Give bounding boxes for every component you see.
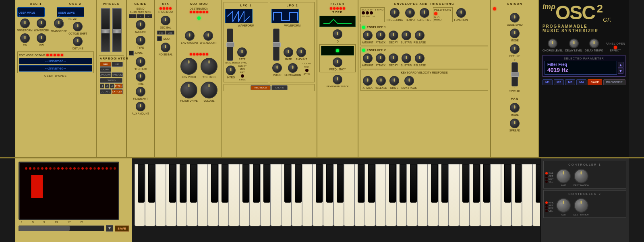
black-key[interactable] — [462, 164, 469, 203]
white-key[interactable] — [375, 164, 386, 226]
white-key[interactable] — [344, 164, 354, 226]
nfix-toggle[interactable]: N — [145, 14, 152, 18]
osc2-pw-knob[interactable] — [37, 33, 46, 43]
kv-env2peak-knob[interactable] — [404, 76, 414, 86]
kv-release-knob[interactable] — [376, 76, 386, 86]
bottom-save-btn[interactable]: SAVE — [115, 226, 129, 232]
black-key[interactable] — [483, 164, 490, 203]
tempo-knob[interactable] — [405, 8, 415, 18]
gliss-toggle[interactable]: G — [129, 14, 137, 18]
glide-amount-knob[interactable] — [136, 20, 145, 30]
m4-btn[interactable]: M4 — [576, 79, 586, 85]
white-key[interactable] — [522, 164, 532, 226]
env2-amount-knob[interactable] — [363, 53, 373, 63]
arp-chord-btn[interactable]: CHORD — [100, 78, 122, 83]
pan-mode-knob[interactable] — [510, 103, 520, 113]
oct-p1-btn[interactable]: +1 — [105, 84, 109, 88]
env2-attack-knob[interactable] — [376, 53, 385, 63]
filter-display[interactable] — [319, 16, 355, 27]
delay-tempo-knob[interactable] — [589, 39, 599, 48]
octave-btn[interactable]: OCTAVE — [100, 89, 111, 94]
lfo1-intro-knob[interactable] — [226, 66, 236, 75]
spread-slider[interactable] — [511, 62, 518, 86]
lfo-amount-knob[interactable] — [203, 31, 213, 41]
auto-toggle[interactable]: A — [137, 14, 144, 18]
osc2-wave-display[interactable]: USER WAVE 2 — [57, 7, 84, 17]
delay-level-knob[interactable] — [569, 39, 579, 48]
env-amount-knob[interactable] — [185, 31, 195, 41]
env1-decay-knob[interactable] — [389, 31, 398, 40]
black-key[interactable] — [263, 164, 270, 203]
triggering-knob[interactable] — [390, 8, 400, 18]
black-key[interactable] — [389, 164, 396, 203]
kbd-track-knob[interactable] — [333, 75, 342, 84]
white-key[interactable] — [155, 164, 166, 226]
ctrl2-amt-knob[interactable] — [556, 198, 571, 213]
pitch-wheel[interactable] — [101, 8, 110, 52]
black-key[interactable] — [169, 164, 176, 203]
black-key[interactable] — [284, 164, 291, 203]
lfo1-rate-slider[interactable] — [227, 29, 233, 61]
lfo2-rate-slider[interactable] — [273, 29, 280, 61]
black-key[interactable] — [316, 164, 323, 203]
volume-knob[interactable] — [201, 82, 217, 98]
black-key[interactable] — [410, 164, 417, 203]
glide-type-knob[interactable] — [136, 36, 145, 45]
browser-btn[interactable]: BROWSER — [603, 79, 625, 85]
black-key[interactable] — [326, 164, 333, 203]
filter-amt-knob[interactable] — [136, 87, 145, 96]
filter-freq-knob[interactable] — [333, 57, 342, 67]
unison-mode-knob[interactable] — [510, 29, 520, 38]
gate-time-knob[interactable] — [420, 8, 429, 18]
lfo1-rate-knob[interactable] — [237, 47, 247, 57]
env1-sustain-knob[interactable] — [402, 31, 411, 40]
osc1-waveform-knob[interactable] — [20, 18, 30, 28]
white-key[interactable] — [229, 164, 239, 226]
pitch-btn[interactable]: PITCH — [115, 84, 123, 88]
patch-name-1[interactable]: --Unnamed-- — [19, 58, 92, 64]
black-key[interactable] — [504, 164, 511, 203]
param-up-btn[interactable]: ▲ — [618, 62, 623, 68]
pan-spread-knob[interactable] — [510, 119, 520, 128]
octave-shift-knob[interactable] — [73, 22, 83, 31]
oct-p2-btn[interactable]: +2 — [110, 84, 114, 88]
filter-drive-knob[interactable] — [180, 82, 197, 98]
position-scrollbar[interactable] — [19, 226, 104, 231]
chorus-level-knob[interactable] — [548, 39, 557, 48]
function-knob[interactable] — [456, 8, 466, 18]
kv-attack-knob[interactable] — [363, 76, 373, 86]
black-key[interactable] — [253, 164, 260, 203]
osc1-wave-display[interactable]: USER WAVE 1 — [17, 7, 45, 17]
black-key[interactable] — [431, 164, 438, 203]
lfo2-rate-knob[interactable] — [284, 47, 293, 57]
black-key[interactable] — [368, 164, 375, 203]
lfo2-intro-knob[interactable] — [272, 63, 282, 73]
pitch-mod-knob[interactable] — [201, 58, 217, 75]
env2-decay-knob[interactable] — [389, 53, 398, 63]
white-key[interactable] — [417, 164, 428, 226]
filter-q-knob[interactable] — [333, 29, 342, 39]
ctrl2-dest-knob[interactable] — [574, 198, 588, 213]
arp-down-btn[interactable]: DOWN — [100, 67, 111, 72]
env1-amount-knob[interactable] — [363, 31, 373, 40]
transpose-knob[interactable] — [54, 18, 64, 28]
mod-wheel[interactable] — [112, 8, 122, 52]
osc-bal-knob[interactable] — [161, 16, 170, 25]
black-key[interactable] — [295, 164, 302, 203]
chord-btn[interactable]: CHORD — [271, 85, 288, 90]
glide-time-knob[interactable] — [136, 72, 145, 82]
kv-drive-knob[interactable] — [389, 76, 399, 86]
m1-btn[interactable]: M1 — [543, 79, 553, 85]
black-key[interactable] — [190, 164, 197, 203]
kbd-hold-btn[interactable]: KBD HOLD — [251, 85, 271, 90]
glide-sprd-knob[interactable] — [510, 13, 520, 23]
lfo2-amount-knob[interactable] — [296, 47, 306, 57]
mod-checkbox2[interactable] — [157, 36, 162, 41]
arp-off-btn[interactable]: OFF — [100, 62, 111, 67]
black-key[interactable] — [138, 164, 145, 203]
lfo1-display[interactable] — [225, 9, 253, 23]
mod-toggle2[interactable]: MOD — [166, 31, 174, 35]
osc2-waveform-knob[interactable] — [37, 18, 46, 28]
noise-bal-knob[interactable] — [161, 43, 170, 52]
arp-up-btn[interactable]: UP — [112, 62, 123, 67]
